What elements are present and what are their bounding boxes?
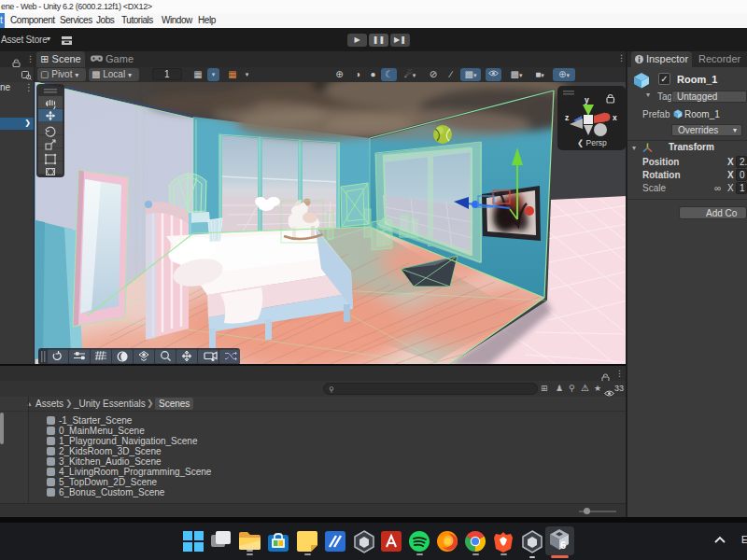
svg-text:z: z [565,113,569,122]
svg-text:6: 6 [560,539,566,551]
svg-text:❮ Persp: ❮ Persp [577,138,607,148]
svg-text:E: E [741,535,747,545]
svg-text:y: y [585,95,589,105]
svg-text:x: x [613,113,617,122]
